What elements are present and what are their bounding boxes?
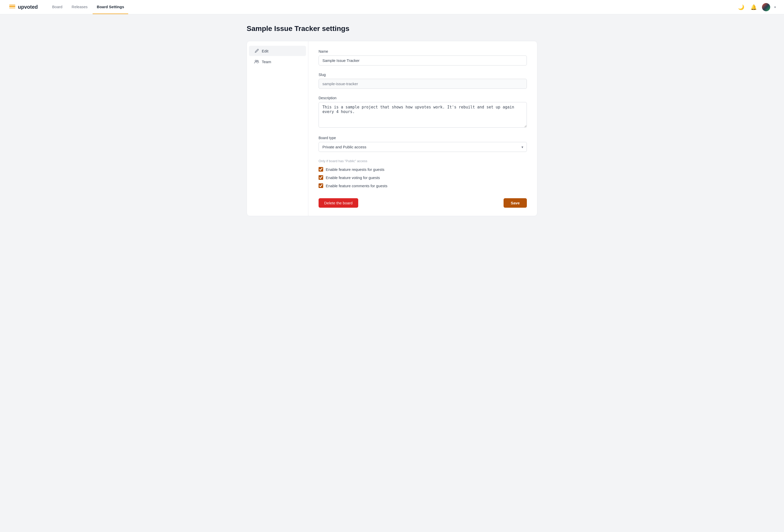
checkbox-comments[interactable]: [318, 183, 323, 188]
board-type-label: Board type: [318, 136, 527, 140]
delete-board-button[interactable]: Delete the board: [318, 198, 358, 208]
slug-group: Slug: [318, 72, 527, 89]
checkbox-item-0[interactable]: Enable feature requests for guests: [318, 167, 527, 172]
guest-note: Only if board has "Public" access: [318, 159, 527, 163]
user-menu-dropdown[interactable]: ▾: [774, 5, 776, 9]
checkbox-voting-label: Enable feature voting for guests: [326, 175, 380, 180]
notifications-button[interactable]: 🔔: [750, 3, 758, 11]
nav-board-settings[interactable]: Board Settings: [93, 0, 128, 14]
edit-icon: [254, 48, 259, 54]
app-logo[interactable]: upvoted: [8, 3, 38, 11]
checkbox-item-1[interactable]: Enable feature voting for guests: [318, 175, 527, 180]
svg-point-3: [255, 60, 257, 62]
save-button[interactable]: Save: [504, 198, 527, 208]
description-label: Description: [318, 96, 527, 100]
checkbox-comments-label: Enable feature comments for guests: [326, 184, 387, 188]
description-group: Description This is a sample project tha…: [318, 96, 527, 129]
logo-icon: [8, 3, 17, 11]
svg-point-4: [257, 60, 258, 62]
slug-label: Slug: [318, 72, 527, 77]
board-type-select[interactable]: Private and Public access Public only Pr…: [318, 142, 527, 152]
dark-mode-button[interactable]: 🌙: [737, 3, 745, 11]
sidebar-item-team[interactable]: Team: [249, 57, 306, 67]
name-label: Name: [318, 49, 527, 54]
nav-actions: 🌙 🔔 ▾: [737, 3, 776, 11]
nav-releases[interactable]: Releases: [67, 0, 92, 14]
slug-input[interactable]: [318, 79, 527, 89]
checkbox-item-2[interactable]: Enable feature comments for guests: [318, 183, 527, 188]
settings-content: Name Slug Description This is a sample p…: [308, 41, 537, 216]
svg-rect-1: [9, 5, 16, 6]
nav-links: Board Releases Board Settings: [48, 0, 737, 14]
avatar-image: [762, 3, 770, 11]
logo-text: upvoted: [18, 4, 38, 10]
svg-rect-0: [9, 6, 16, 7]
avatar[interactable]: [762, 3, 770, 11]
page-title: Sample Issue Tracker settings: [247, 25, 537, 33]
name-group: Name: [318, 49, 527, 65]
checkbox-voting[interactable]: [318, 175, 323, 180]
board-type-group: Board type Private and Public access Pub…: [318, 136, 527, 152]
nav-board[interactable]: Board: [48, 0, 66, 14]
team-icon: [254, 59, 259, 64]
checkbox-requests-label: Enable feature requests for guests: [326, 167, 384, 172]
sidebar-item-edit[interactable]: Edit: [249, 46, 306, 56]
settings-sidebar: Edit Team: [247, 41, 308, 216]
board-type-select-wrapper: Private and Public access Public only Pr…: [318, 142, 527, 152]
sidebar-team-label: Team: [262, 60, 271, 64]
name-input[interactable]: [318, 56, 527, 65]
settings-card: Edit Team Name Slug: [247, 41, 537, 216]
svg-rect-2: [9, 8, 16, 9]
checkbox-requests[interactable]: [318, 167, 323, 172]
checkbox-group: Enable feature requests for guests Enabl…: [318, 167, 527, 188]
sidebar-edit-label: Edit: [262, 49, 269, 53]
form-actions: Delete the board Save: [318, 196, 527, 208]
description-textarea[interactable]: This is a sample project that shows how …: [318, 102, 527, 128]
